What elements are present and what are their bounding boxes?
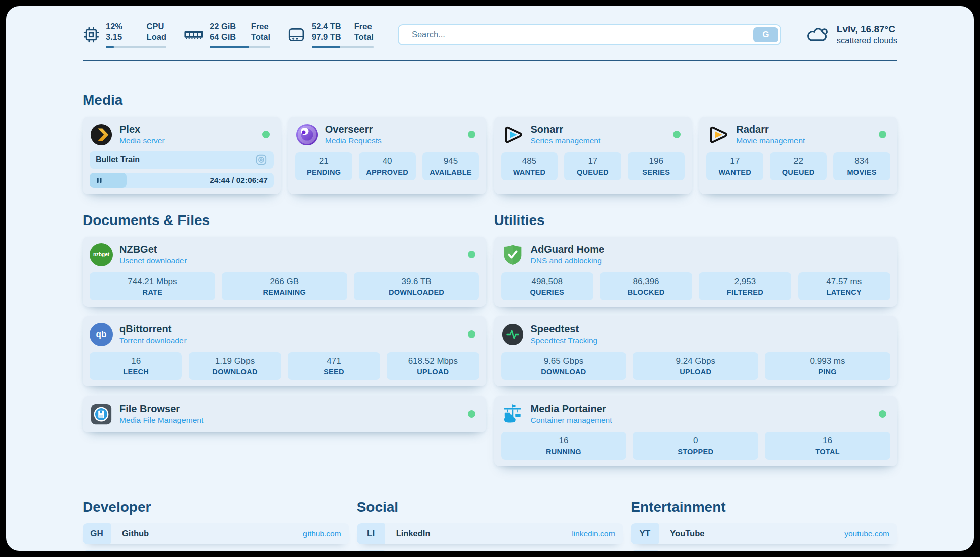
now-playing-row: Bullet Train — [90, 151, 274, 169]
card-adguard[interactable]: AdGuard Home DNS and adblocking 498,508Q… — [494, 237, 898, 307]
stat-box: 21PENDING — [295, 152, 352, 180]
service-title: Overseerr — [325, 124, 382, 135]
service-subtitle: Movie management — [736, 136, 805, 145]
stat-box: 17WANTED — [706, 152, 763, 180]
memory-icon — [183, 27, 204, 42]
status-dot — [468, 410, 475, 418]
stat-box: 834MOVIES — [833, 152, 890, 180]
stat-box: 618.52 MbpsUPLOAD — [387, 352, 479, 380]
storage-icon — [287, 27, 305, 43]
link-abbr-badge: NF — [631, 550, 659, 551]
service-subtitle: Container management — [531, 416, 612, 425]
weather-widget: Lviv, 16.87°C scattered clouds — [804, 24, 897, 45]
stat-box: 2,953FILTERED — [699, 272, 791, 300]
memory-free-label: Free — [251, 21, 270, 32]
link-row-stackoverflow[interactable]: SO StackOverflow stackoverflow.com — [83, 550, 349, 551]
link-url: youtube.com — [844, 529, 889, 538]
playback-progressbar[interactable]: 24:44 / 02:06:47 — [90, 173, 274, 188]
filebrowser-icon — [90, 403, 113, 426]
link-abbr-badge: SO — [83, 550, 111, 551]
section-entertainment: Entertainment YT YouTube youtube.com NF … — [631, 499, 897, 551]
memory-progressbar — [210, 46, 270, 48]
weather-condition: scattered clouds — [837, 36, 897, 45]
cpu-label: CPU — [147, 21, 166, 32]
link-abbr-badge: TW — [357, 550, 385, 551]
stat-box: 22QUEUED — [770, 152, 827, 180]
status-dot — [468, 330, 475, 338]
stat-box: 39.6 TBDOWNLOADED — [354, 272, 479, 300]
link-row-youtube[interactable]: YT YouTube youtube.com — [631, 523, 897, 544]
card-portainer[interactable]: Media Portainer Container management 16R… — [494, 396, 898, 466]
search-input[interactable] — [399, 30, 780, 39]
memory-total-label: Total — [251, 32, 270, 42]
cpu-usage-value: 12% — [106, 21, 122, 32]
link-row-linkedin[interactable]: LI LinkedIn linkedin.com — [357, 523, 624, 544]
weather-location: Lviv, 16.87°C — [837, 24, 897, 35]
playback-time: 24:44 / 02:06:47 — [210, 176, 268, 185]
memory-stat: 22 GiB64 GiB FreeTotal — [183, 21, 270, 48]
stat-box: 498,508QUERIES — [501, 272, 593, 300]
card-overseerr[interactable]: Overseerr Media Requests 21PENDING 40APP… — [288, 117, 486, 194]
section-media: Media Plex Media server — [83, 92, 897, 194]
top-bar: 12%3.15 CPULoad 22 GiB64 GiB FreeTot — [83, 21, 897, 48]
google-search-button[interactable]: G — [753, 27, 778, 42]
link-url: linkedin.com — [572, 529, 615, 538]
status-dot — [468, 251, 475, 258]
section-title-media: Media — [83, 92, 897, 108]
qbittorrent-icon: qb — [90, 323, 113, 346]
pause-button[interactable] — [96, 177, 103, 184]
stat-box: 16TOTAL — [765, 432, 890, 460]
link-name: Github — [122, 529, 149, 538]
service-title: AdGuard Home — [531, 244, 605, 255]
card-filebrowser[interactable]: File Browser Media File Management — [83, 396, 486, 432]
stat-box: 196SERIES — [628, 152, 685, 180]
service-subtitle: DNS and adblocking — [531, 256, 605, 265]
status-dot — [468, 131, 475, 138]
storage-total-label: Total — [354, 32, 374, 42]
header-divider — [83, 60, 897, 61]
stat-box: 471SEED — [288, 352, 380, 380]
nzbget-icon: nzbget — [90, 243, 113, 266]
service-subtitle: Usenet downloader — [119, 256, 187, 265]
stat-box: 1.19 GbpsDOWNLOAD — [189, 352, 281, 380]
adguard-icon — [501, 243, 524, 266]
service-title: Media Portainer — [531, 403, 612, 415]
stat-box: 9.24 GbpsUPLOAD — [633, 352, 758, 380]
card-qbittorrent[interactable]: qb qBittorrent Torrent downloader 16LEEC… — [83, 316, 486, 386]
card-sonarr[interactable]: Sonarr Series management 485WANTED 17QUE… — [494, 117, 692, 194]
service-subtitle: Media server — [119, 136, 165, 145]
stat-box: 485WANTED — [501, 152, 558, 180]
card-radarr[interactable]: Radarr Movie management 17WANTED 22QUEUE… — [699, 117, 897, 194]
card-nzbget[interactable]: nzbget NZBGet Usenet downloader 744.21 M… — [83, 237, 486, 307]
card-speedtest[interactable]: Speedtest Speedtest Tracking 9.65 GbpsDO… — [494, 316, 898, 386]
overseerr-icon — [295, 123, 319, 146]
link-row-twitter[interactable]: TW Twitter twitter.com — [357, 550, 624, 551]
status-dot — [879, 410, 886, 418]
section-title-developer: Developer — [83, 499, 349, 515]
camera-lens-icon[interactable] — [255, 153, 268, 166]
sonarr-icon — [501, 123, 524, 146]
stat-box: 40APPROVED — [359, 152, 416, 180]
service-title: Speedtest — [531, 323, 598, 335]
card-plex[interactable]: Plex Media server Bullet Train — [83, 117, 281, 194]
memory-total-value: 64 GiB — [210, 32, 236, 42]
section-title-utilities: Utilities — [494, 212, 898, 229]
section-utilities: Utilities AdGuard Home DNS and adblockin… — [494, 212, 898, 476]
service-title: File Browser — [119, 403, 203, 415]
link-abbr-badge: LI — [357, 523, 385, 544]
search-box: G — [398, 24, 781, 45]
system-stats: 12%3.15 CPULoad 22 GiB64 GiB FreeTot — [83, 21, 374, 48]
link-name: YouTube — [670, 529, 704, 538]
stat-box: 945AVAILABLE — [422, 152, 479, 180]
cpu-load-label: Load — [147, 32, 166, 42]
link-abbr-badge: GH — [83, 523, 111, 544]
link-row-netflix[interactable]: NF Netflix netflix.com — [631, 550, 897, 551]
cloud-icon — [804, 25, 830, 45]
storage-free-label: Free — [354, 21, 374, 32]
service-subtitle: Torrent downloader — [119, 336, 187, 345]
service-subtitle: Speedtest Tracking — [531, 336, 598, 345]
service-subtitle: Media File Management — [119, 416, 203, 425]
cpu-load-value: 3.15 — [106, 32, 122, 42]
memory-free-value: 22 GiB — [210, 21, 236, 32]
link-row-github[interactable]: GH Github github.com — [83, 523, 349, 544]
